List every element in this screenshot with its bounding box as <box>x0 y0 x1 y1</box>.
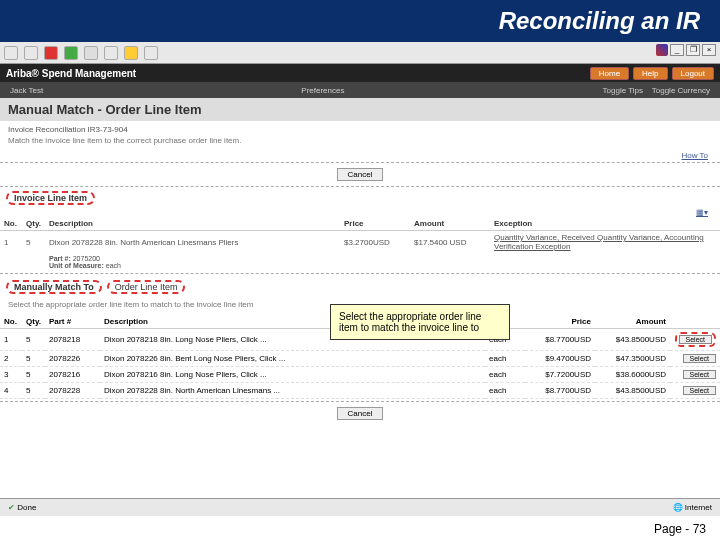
ir-label: Invoice Reconciliation IR3-73-904 <box>8 125 712 134</box>
inv-price: $3.2700USD <box>340 231 410 254</box>
inv-amount: $17.5400 USD <box>410 231 490 254</box>
o-amount: $43.8500USD <box>595 383 670 399</box>
select-button[interactable]: Select <box>683 370 716 379</box>
table-options-icon[interactable]: ▦▾ <box>696 208 708 217</box>
cancel-button-bottom[interactable]: Cancel <box>337 407 384 420</box>
help-button[interactable]: Help <box>633 67 667 80</box>
cancel-row-bottom: Cancel <box>0 404 720 423</box>
o-select-cell: Select <box>670 351 720 367</box>
user-name: Jack Test <box>10 86 43 95</box>
status-bar: ✔ Done 🌐 Internet <box>0 498 720 516</box>
logout-button[interactable]: Logout <box>672 67 714 80</box>
o-price: $7.7200USD <box>525 367 595 383</box>
toggle-tips-link[interactable]: Toggle Tips <box>603 86 643 95</box>
table-options: ▦▾ <box>0 207 720 217</box>
o-desc: Dixon 2078216 8in. Long Nose Pliers, Cli… <box>100 367 485 383</box>
o-part: 2078216 <box>45 367 100 383</box>
o-unit: each <box>485 351 525 367</box>
o-no: 3 <box>0 367 22 383</box>
stop-icon[interactable] <box>44 46 58 60</box>
ir-hint: Match the invoice line item to the corre… <box>8 134 712 147</box>
invoice-detail-row: Part #: 2075200 Unit of Measure: each <box>0 253 720 271</box>
favorites-icon[interactable] <box>124 46 138 60</box>
o-unit: each <box>485 383 525 399</box>
invoice-row: 1 5 Dixon 2078228 8in. North American Li… <box>0 231 720 254</box>
divider <box>0 273 720 274</box>
inv-exception[interactable]: Quantity Variance, Received Quantity Var… <box>490 231 720 254</box>
o-part: 2078228 <box>45 383 100 399</box>
select-button[interactable]: Select <box>679 335 712 344</box>
ocol-no: No. <box>0 315 22 329</box>
ocol-qty: Qty. <box>22 315 45 329</box>
ocol-price: Price <box>525 315 595 329</box>
inv-no: 1 <box>0 231 22 254</box>
toggle-currency-link[interactable]: Toggle Currency <box>652 86 710 95</box>
page-footer: Page - 73 <box>654 522 706 536</box>
home-button[interactable]: Home <box>590 67 629 80</box>
col-exception: Exception <box>490 217 720 231</box>
o-qty: 5 <box>22 329 45 351</box>
table-row: 452078228Dixon 2078228 8in. North Americ… <box>0 383 720 399</box>
how-to-link[interactable]: How To <box>681 151 708 160</box>
o-amount: $47.3500USD <box>595 351 670 367</box>
col-amount: Amount <box>410 217 490 231</box>
o-price: $8.7700USD <box>525 329 595 351</box>
o-select-cell: Select <box>670 383 720 399</box>
invoice-header-row: No. Qty. Description Price Amount Except… <box>0 217 720 231</box>
o-price: $9.4700USD <box>525 351 595 367</box>
select-button[interactable]: Select <box>683 386 716 395</box>
search-icon[interactable] <box>104 46 118 60</box>
instruction-callout: Select the appropriate order line item t… <box>330 304 510 340</box>
restore-button[interactable]: ❐ <box>686 44 700 56</box>
o-no: 4 <box>0 383 22 399</box>
o-price: $8.7700USD <box>525 383 595 399</box>
home-icon[interactable] <box>84 46 98 60</box>
o-no: 1 <box>0 329 22 351</box>
table-row: 352078216Dixon 2078216 8in. Long Nose Pl… <box>0 367 720 383</box>
col-desc: Description <box>45 217 340 231</box>
status-done: ✔ Done <box>8 503 36 512</box>
print-icon[interactable] <box>144 46 158 60</box>
o-part: 2078226 <box>45 351 100 367</box>
ariba-brand: Ariba® Spend Management <box>6 68 136 79</box>
o-qty: 5 <box>22 367 45 383</box>
ariba-header: Ariba® Spend Management Home Help Logout <box>0 64 720 82</box>
howto-row: How To <box>0 151 720 160</box>
invoice-table: No. Qty. Description Price Amount Except… <box>0 217 720 271</box>
manual-match-header: Manually Match To Order Line Item <box>0 276 720 298</box>
order-line-item-label: Order Line Item <box>107 280 186 294</box>
page-title: Manual Match - Order Line Item <box>0 98 720 121</box>
sub-bar: Jack Test Preferences Toggle Tips Toggle… <box>0 82 720 98</box>
ariba-buttons: Home Help Logout <box>590 67 714 80</box>
cancel-button-top[interactable]: Cancel <box>337 168 384 181</box>
preferences-link[interactable]: Preferences <box>301 86 344 95</box>
select-button[interactable]: Select <box>683 354 716 363</box>
col-qty: Qty. <box>22 217 45 231</box>
divider <box>0 186 720 187</box>
back-icon[interactable] <box>4 46 18 60</box>
slide-title-bar: Reconciling an IR <box>0 0 720 42</box>
o-select-cell: Select <box>670 329 720 351</box>
refresh-icon[interactable] <box>64 46 78 60</box>
ir-header: Invoice Reconciliation IR3-73-904 Match … <box>0 121 720 151</box>
inv-desc: Dixon 2078228 8in. North American Linesm… <box>45 231 340 254</box>
col-no: No. <box>0 217 22 231</box>
invoice-part-detail: Part #: 2075200 Unit of Measure: each <box>45 253 720 271</box>
o-qty: 5 <box>22 351 45 367</box>
browser-toolbar: _ ❐ × <box>0 42 720 64</box>
inv-qty: 5 <box>22 231 45 254</box>
manually-match-label: Manually Match To <box>6 280 102 294</box>
cancel-row-top: Cancel <box>0 165 720 184</box>
o-select-cell: Select <box>670 367 720 383</box>
o-amount: $38.6000USD <box>595 367 670 383</box>
slide-title: Reconciling an IR <box>499 7 700 35</box>
status-zone: 🌐 Internet <box>673 503 712 512</box>
forward-icon[interactable] <box>24 46 38 60</box>
close-button[interactable]: × <box>702 44 716 56</box>
ocol-part: Part # <box>45 315 100 329</box>
o-qty: 5 <box>22 383 45 399</box>
o-no: 2 <box>0 351 22 367</box>
minimize-button[interactable]: _ <box>670 44 684 56</box>
ocol-amount: Amount <box>595 315 670 329</box>
invoice-section-header: Invoice Line Item <box>0 189 720 207</box>
